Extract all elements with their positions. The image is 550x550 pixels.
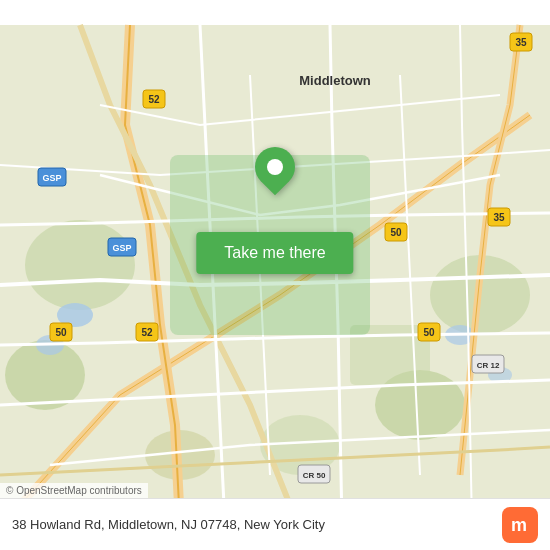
pin-inner: [267, 159, 283, 175]
svg-text:50: 50: [423, 327, 435, 338]
take-me-there-button[interactable]: Take me there: [196, 232, 353, 274]
map-background: 50 50 50 52 52 35 35 GSP GSP CR 12 CR 50…: [0, 0, 550, 550]
svg-text:GSP: GSP: [112, 243, 131, 253]
svg-text:Middletown: Middletown: [299, 73, 371, 88]
bottom-bar: 38 Howland Rd, Middletown, NJ 07748, New…: [0, 498, 550, 550]
svg-text:50: 50: [390, 227, 402, 238]
svg-text:CR 50: CR 50: [303, 471, 326, 480]
address-text: 38 Howland Rd, Middletown, NJ 07748, New…: [12, 517, 502, 532]
svg-text:52: 52: [141, 327, 153, 338]
svg-point-1: [25, 220, 135, 310]
svg-text:50: 50: [55, 327, 67, 338]
svg-text:35: 35: [515, 37, 527, 48]
copyright-bar: © OpenStreetMap contributors: [0, 483, 148, 498]
map-pin: [255, 147, 295, 187]
moovit-logo: m: [502, 507, 538, 543]
svg-text:m: m: [511, 515, 527, 535]
svg-text:GSP: GSP: [42, 173, 61, 183]
copyright-text: © OpenStreetMap contributors: [6, 485, 142, 496]
svg-text:35: 35: [493, 212, 505, 223]
pin-shape: [247, 139, 304, 196]
svg-text:52: 52: [148, 94, 160, 105]
moovit-icon: m: [502, 507, 538, 543]
svg-text:CR 12: CR 12: [477, 361, 500, 370]
map-container: 50 50 50 52 52 35 35 GSP GSP CR 12 CR 50…: [0, 0, 550, 550]
